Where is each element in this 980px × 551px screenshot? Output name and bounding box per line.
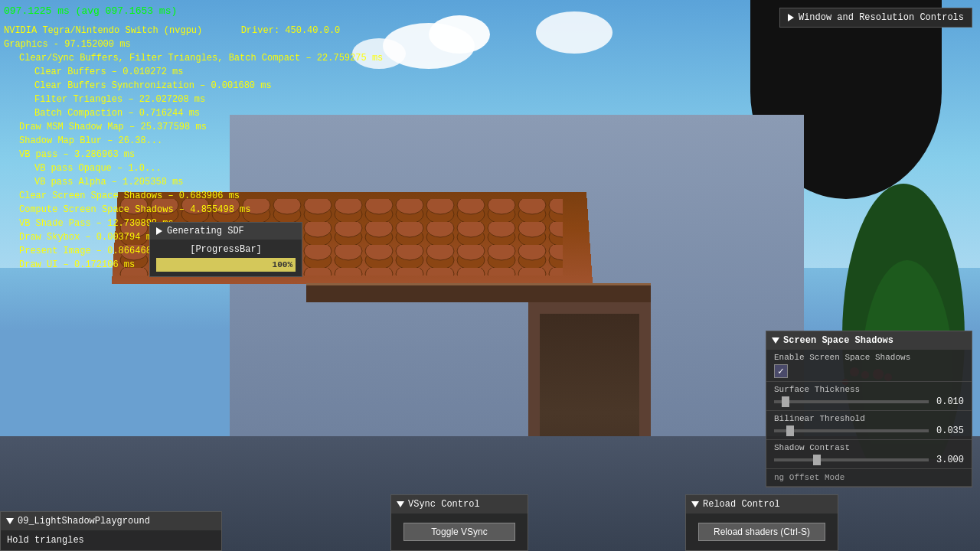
bilinear-threshold-handle[interactable] [786,425,794,436]
bottom-left-panel-header[interactable]: 09_LightShadowPlayground [1,512,221,530]
extra-row: ng Offset Mode [766,469,972,487]
shadow-contrast-handle[interactable] [813,455,821,465]
vsync-toggle-button[interactable]: Toggle VSync [403,523,515,541]
bilinear-threshold-track[interactable] [774,429,929,432]
cloud-2 [429,15,490,54]
reload-title: Reload Control [703,499,780,510]
surface-thickness-value: 0.010 [933,396,964,407]
gpu-line: NVIDIA Tegra/Nintendo Switch (nvgpu) Dri… [4,24,383,37]
panel-title: 09_LightShadowPlayground [18,516,150,527]
vsync-panel: VSync Control Toggle VSync [390,494,528,551]
bilinear-threshold-row: Bilinear Threshold 0.035 [766,411,972,440]
perf-line-6: Draw MSM Shadow Map – 25.377598 ms [4,120,383,134]
checkmark-icon: ✓ [778,367,784,377]
shadow-contrast-row: Shadow Contrast 3.000 [766,440,972,469]
ledge [306,283,651,302]
enable-shadows-checkbox-row: ✓ [774,364,964,378]
shadow-contrast-value: 3.000 [933,455,964,465]
cloud-4 [536,11,612,54]
bilinear-threshold-label: Bilinear Threshold [774,414,964,423]
vsync-collapse-icon[interactable] [397,501,404,507]
enable-shadows-checkbox[interactable]: ✓ [774,364,788,378]
panel-content: Hold triangles [7,535,84,546]
generating-sdf-popup: Generating SDF [ProgressBar] 100% [149,222,302,277]
sdf-title: Generating SDF [167,226,244,236]
perf-line-10: VB pass Alpha – 1.205358 ms [4,175,383,189]
perf-line-7: Shadow Map Blur – 26.38... [4,134,383,148]
enable-shadows-row: Enable Screen Space Shadows ✓ [766,350,972,382]
sdf-collapse-icon[interactable] [156,227,162,235]
reload-panel-header[interactable]: Reload Control [686,495,838,514]
bilinear-threshold-slider-row: 0.035 [774,425,964,436]
shadow-contrast-slider-row: 3.000 [774,455,964,465]
sdf-progress-bar: 100% [156,258,296,272]
panel-body: Hold triangles [1,530,221,550]
bottom-left-panel: 09_LightShadowPlayground Hold triangles [0,511,222,551]
sdf-header: Generating SDF [150,223,302,240]
vsync-panel-body: Toggle VSync [391,514,528,550]
enable-shadows-label: Enable Screen Space Shadows [774,353,964,362]
screen-space-shadows-header[interactable]: Screen Space Shadows [766,331,972,350]
sdf-progress-label: [ProgressBar] [156,244,296,255]
surface-thickness-row: Surface Thickness 0.010 [766,382,972,411]
perf-line-12: Compute Screen Space Shadows – 4.855498 … [4,203,383,217]
shadow-contrast-label: Shadow Contrast [774,443,964,452]
reload-shaders-button[interactable]: Reload shaders (Ctrl-S) [698,523,825,541]
perf-line-8: VB pass – 3.286963 ms [4,148,383,161]
shadows-panel-title: Screen Space Shadows [783,335,893,346]
perf-line-1: Clear/Sync Buffers, Filter Triangles, Ba… [4,51,383,65]
vsync-panel-header[interactable]: VSync Control [391,495,528,514]
reload-panel-body: Reload shaders (Ctrl-S) [686,514,838,550]
surface-thickness-track[interactable] [774,400,929,403]
perf-line-4: Filter Triangles – 22.027208 ms [4,93,383,106]
play-icon [788,14,794,21]
shadow-contrast-track[interactable] [774,458,929,461]
extra-label: ng Offset Mode [774,473,844,482]
vsync-title: VSync Control [408,499,480,510]
surface-thickness-slider-row: 0.010 [774,396,964,407]
window-controls-label: Window and Resolution Controls [799,12,964,23]
reload-panel: Reload Control Reload shaders (Ctrl-S) [685,494,838,551]
perf-line-11: Clear Screen Space Shadows – 0.683906 ms [4,189,383,203]
perf-line-2: Clear Buffers – 0.010272 ms [4,65,383,79]
screen-space-shadows-panel: Screen Space Shadows Enable Screen Space… [766,331,972,487]
window-controls-button[interactable]: Window and Resolution Controls [779,8,972,28]
perf-line-9: VB pass Opaque – 1.0... [4,161,383,175]
sdf-progress-value: 100% [273,260,292,269]
surface-thickness-label: Surface Thickness [774,385,964,394]
shadows-collapse-icon[interactable] [772,337,779,344]
perf-line-3: Clear Buffers Synchronization – 0.001680… [4,79,383,93]
sdf-progress-fill: 100% [156,258,296,272]
perf-line-5: Batch Compaction – 0.716244 ms [4,106,383,120]
bilinear-threshold-value: 0.035 [933,425,964,436]
panel-collapse-icon[interactable] [6,518,14,524]
surface-thickness-handle[interactable] [782,396,789,407]
graphics-line: Graphics - 97.152000 ms [4,37,383,51]
reload-collapse-icon[interactable] [691,501,699,507]
sdf-body: [ProgressBar] 100% [150,240,302,276]
perf-title: 097.1225 ms (avg 097.1653 ms) [4,4,383,19]
